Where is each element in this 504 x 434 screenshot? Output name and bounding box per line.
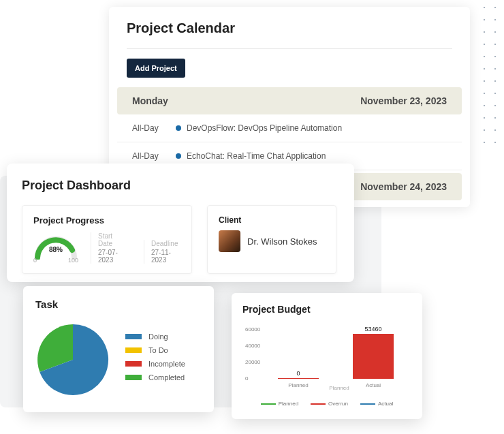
ytick: 60000 — [245, 326, 260, 332]
legend-swatch — [261, 403, 276, 405]
budget-card: Project Budget 0 20000 40000 60000 0 Pla… — [232, 293, 422, 419]
legend-label: To Do — [148, 346, 168, 354]
gauge-min: 0 — [33, 257, 37, 264]
gauge-max: 100 — [68, 257, 78, 264]
start-date-block: Start Date 27-07-2023 — [91, 232, 127, 264]
calendar-day-header: Monday November 23, 2023 — [117, 87, 462, 114]
divider — [127, 48, 452, 49]
legend-swatch — [311, 403, 326, 405]
progress-percent: 88% — [33, 246, 78, 253]
task-legend: Doing To Do Incomplete Completed — [125, 332, 185, 387]
legend-item: Overrun — [311, 401, 348, 407]
client-name: Dr. Wilson Stokes — [247, 236, 317, 247]
legend-swatch — [360, 403, 375, 405]
legend-swatch — [125, 375, 142, 380]
deadline-block: Deadline 27-11-2023 — [144, 240, 180, 264]
legend-swatch — [125, 347, 142, 353]
start-date-value: 27-07-2023 — [98, 249, 127, 264]
client-panel: Client Dr. Wilson Stokes — [207, 205, 336, 274]
legend-label: Completed — [148, 373, 185, 382]
legend-label: Doing — [148, 332, 168, 341]
progress-panel: Project Progress 88% 0 100 Start Date 27… — [22, 205, 192, 274]
event-timing: All-Day — [132, 123, 176, 133]
event-title: EchoChat: Real-Time Chat Application — [187, 151, 326, 161]
client-title: Client — [219, 215, 325, 225]
calendar-date: November 23, 2023 — [360, 95, 447, 106]
deadline-label: Deadline — [151, 240, 180, 247]
legend-swatch — [125, 334, 142, 339]
deadline-value: 27-11-2023 — [151, 249, 180, 264]
legend-label: Overrun — [328, 401, 348, 407]
task-pie-chart — [35, 322, 110, 397]
add-project-button[interactable]: Add Project — [127, 59, 185, 78]
event-timing: All-Day — [132, 151, 176, 161]
legend-item: Doing — [125, 332, 185, 341]
day-of-week: Monday — [132, 95, 168, 106]
bar-value: 0 — [278, 370, 319, 377]
legend-label: Incomplete — [148, 360, 185, 368]
dashboard-title: Project Dashboard — [22, 179, 339, 193]
calendar-event-row[interactable]: All-Day DevOpsFlow: DevOps Pipeline Auto… — [117, 114, 462, 142]
budget-series-legend: Planned Overrun Actual — [242, 401, 411, 407]
legend-item: Actual — [360, 401, 393, 407]
ytick: 0 — [245, 375, 248, 382]
calendar-date: November 24, 2023 — [360, 181, 447, 192]
bar-actual: 53460 Actual — [353, 334, 394, 379]
event-dot-icon — [176, 125, 181, 131]
ytick: 20000 — [245, 359, 260, 365]
x-axis-label: Planned — [270, 385, 409, 391]
progress-title: Project Progress — [33, 215, 180, 226]
ytick: 40000 — [245, 343, 260, 349]
task-title: Task — [35, 298, 202, 310]
bar-value: 53460 — [353, 326, 394, 332]
decorative-dots — [484, 7, 504, 143]
legend-item: To Do — [125, 346, 185, 354]
task-card: Task Doing To Do Incomplete Completed — [23, 286, 214, 412]
legend-label: Actual — [378, 401, 393, 407]
event-dot-icon — [176, 153, 181, 159]
legend-item: Completed — [125, 373, 185, 382]
start-date-label: Start Date — [98, 232, 127, 247]
avatar — [219, 230, 240, 252]
progress-gauge: 88% 0 100 — [33, 235, 78, 264]
legend-swatch — [125, 361, 142, 367]
bar-planned: 0 Planned — [278, 378, 319, 379]
budget-title: Project Budget — [242, 304, 411, 315]
legend-label: Planned — [279, 401, 298, 407]
legend-item: Planned — [261, 401, 298, 407]
calendar-title: Project Calendar — [109, 20, 470, 48]
dashboard-card: Project Dashboard Project Progress 88% 0… — [7, 164, 354, 282]
legend-item: Incomplete — [125, 360, 185, 368]
budget-bar-chart: 0 20000 40000 60000 0 Planned 53460 Actu… — [245, 320, 409, 388]
event-title: DevOpsFlow: DevOps Pipeline Automation — [187, 123, 342, 133]
